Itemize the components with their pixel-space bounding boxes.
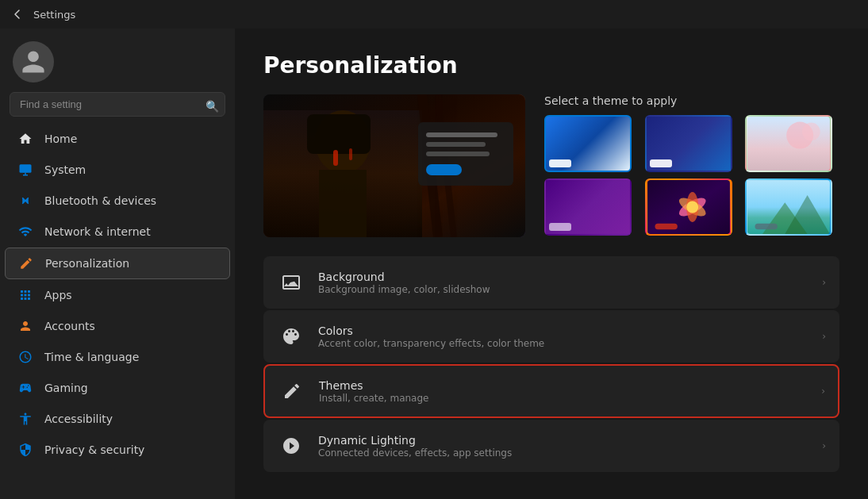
accounts-icon (17, 318, 33, 334)
svg-point-23 (686, 201, 698, 213)
sidebar-item-personalization[interactable]: Personalization (5, 248, 230, 279)
lighting-icon (277, 432, 305, 460)
svg-rect-5 (307, 114, 371, 154)
colors-icon (277, 322, 305, 351)
colors-subtitle: Accent color, transparency effects, colo… (318, 338, 809, 349)
sidebar-item-system[interactable]: System (5, 155, 230, 185)
preview-image (263, 94, 525, 237)
sidebar-label-network: Network & internet (44, 225, 151, 238)
network-icon (17, 224, 33, 240)
dynamic-lighting-text: Dynamic Lighting Connected devices, effe… (318, 434, 809, 459)
settings-item-background[interactable]: Background Background image, color, slid… (263, 256, 839, 309)
svg-rect-14 (426, 164, 462, 175)
main-layout: 🔍 Home System Bluetooth & devices (0, 29, 868, 499)
svg-rect-0 (20, 164, 32, 173)
background-icon (277, 268, 305, 297)
theme-thumb-dark-blue[interactable] (645, 115, 732, 172)
colors-title: Colors (318, 324, 809, 337)
svg-rect-11 (426, 132, 497, 137)
settings-item-themes[interactable]: Themes Install, create, manage › (263, 364, 839, 418)
sidebar-label-gaming: Gaming (44, 382, 88, 394)
sidebar-item-apps[interactable]: Apps (5, 280, 230, 310)
sidebar-label-accounts: Accounts (44, 320, 95, 332)
current-theme-preview (263, 94, 525, 237)
svg-rect-6 (333, 150, 338, 166)
settings-item-colors[interactable]: Colors Accent color, transparency effect… (263, 310, 839, 363)
theme-thumb-flower[interactable] (645, 178, 732, 236)
svg-rect-12 (426, 142, 486, 147)
themes-subtitle: Install, create, manage (319, 393, 808, 404)
background-title: Background (318, 271, 809, 283)
theme-preview-row: Select a theme to apply (263, 94, 839, 237)
sidebar-item-accessibility[interactable]: Accessibility (5, 404, 230, 434)
sidebar-item-home[interactable]: Home (5, 124, 230, 154)
colors-text: Colors Accent color, transparency effect… (318, 324, 809, 349)
background-text: Background Background image, color, slid… (318, 271, 809, 295)
sidebar-item-gaming[interactable]: Gaming (5, 373, 230, 403)
sidebar-item-privacy[interactable]: Privacy & security (5, 435, 230, 465)
title-bar: Settings (0, 0, 868, 29)
home-icon (17, 131, 33, 147)
accessibility-icon (17, 411, 33, 427)
content-area: Personalization (235, 29, 868, 499)
background-subtitle: Background image, color, slideshow (318, 284, 809, 295)
privacy-icon (17, 442, 33, 458)
sidebar-label-home: Home (44, 132, 77, 145)
system-icon (17, 162, 33, 178)
dynamic-lighting-title: Dynamic Lighting (318, 434, 809, 447)
themes-title: Themes (319, 379, 808, 392)
svg-rect-28 (755, 224, 778, 230)
user-icon (20, 48, 47, 75)
svg-rect-4 (319, 170, 367, 237)
bluetooth-icon (17, 193, 33, 209)
chevron-right-icon: › (822, 440, 826, 451)
search-container: 🔍 (0, 89, 235, 123)
sidebar-item-time[interactable]: Time & language (5, 342, 230, 372)
window-title: Settings (33, 9, 75, 21)
avatar (13, 41, 54, 83)
dynamic-lighting-subtitle: Connected devices, effects, app settings (318, 447, 809, 459)
svg-rect-13 (426, 152, 490, 156)
sidebar-label-apps: Apps (44, 289, 72, 301)
chevron-right-icon: › (822, 277, 826, 288)
chevron-right-icon: › (821, 386, 825, 397)
sidebar-label-time: Time & language (44, 351, 139, 363)
gaming-icon (17, 380, 33, 396)
page-title: Personalization (263, 52, 839, 79)
theme-grid (544, 115, 839, 236)
avatar-area (0, 29, 235, 89)
theme-thumb-purple[interactable] (544, 178, 632, 236)
sidebar-item-bluetooth[interactable]: Bluetooth & devices (5, 186, 230, 216)
preview-scene (263, 94, 525, 237)
sidebar-item-network[interactable]: Network & internet (5, 217, 230, 247)
theme-thumb-nature[interactable] (745, 115, 832, 172)
apps-icon (17, 287, 33, 303)
themes-text: Themes Install, create, manage (319, 379, 808, 404)
chevron-right-icon: › (822, 331, 826, 342)
svg-rect-24 (655, 224, 677, 230)
sidebar-nav: Home System Bluetooth & devices Network … (0, 123, 235, 466)
sidebar-label-accessibility: Accessibility (44, 413, 113, 425)
theme-selector-label: Select a theme to apply (544, 94, 839, 107)
svg-rect-7 (349, 148, 352, 160)
sidebar-item-accounts[interactable]: Accounts (5, 311, 230, 341)
sidebar: 🔍 Home System Bluetooth & devices (0, 29, 235, 499)
theme-selector: Select a theme to apply (544, 94, 839, 236)
svg-rect-18 (747, 117, 830, 171)
personalization-icon (18, 255, 34, 271)
theme-thumb-landscape[interactable] (745, 178, 832, 236)
search-input[interactable] (10, 92, 225, 117)
sidebar-label-privacy: Privacy & security (44, 443, 144, 456)
themes-icon (278, 377, 306, 405)
settings-list: Background Background image, color, slid… (263, 256, 839, 472)
settings-item-dynamic-lighting[interactable]: Dynamic Lighting Connected devices, effe… (263, 420, 839, 472)
back-button[interactable] (10, 6, 25, 22)
theme-thumb-blue-light[interactable] (544, 115, 632, 172)
sidebar-label-personalization: Personalization (45, 257, 129, 270)
time-icon (17, 349, 33, 365)
sidebar-label-system: System (44, 163, 86, 176)
sidebar-label-bluetooth: Bluetooth & devices (44, 194, 156, 207)
